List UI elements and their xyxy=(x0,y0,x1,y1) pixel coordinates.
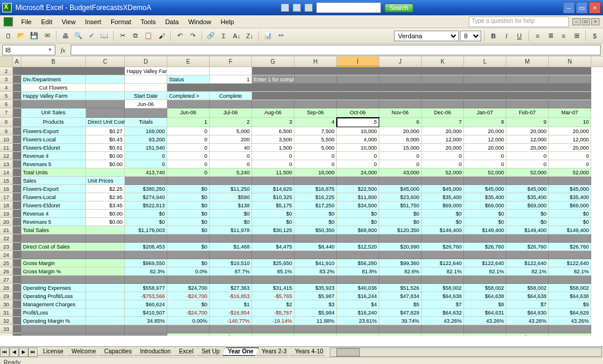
cell[interactable]: Feb-07 xyxy=(506,333,549,336)
mdi-restore[interactable]: ▭ xyxy=(582,18,590,25)
row-header[interactable]: 8 xyxy=(0,118,13,127)
hscroll-track[interactable] xyxy=(330,348,602,357)
cell[interactable]: $22,500 xyxy=(337,185,379,193)
permission-icon[interactable]: ✉ xyxy=(41,30,53,42)
cell[interactable] xyxy=(125,108,167,118)
cell[interactable]: 20,000 xyxy=(422,144,464,152)
cell[interactable]: 169,000 xyxy=(125,127,167,135)
cell[interactable]: 0 xyxy=(252,160,294,168)
cell[interactable] xyxy=(125,75,167,84)
cell[interactable]: $0 xyxy=(167,300,210,309)
cell[interactable] xyxy=(13,218,21,226)
size-select[interactable]: 8 xyxy=(460,31,481,41)
cell[interactable] xyxy=(86,108,125,118)
cell[interactable]: $3.45 xyxy=(86,201,125,210)
cell[interactable]: $122,640 xyxy=(549,259,591,267)
cell[interactable]: Jul-06 xyxy=(210,333,252,336)
cell[interactable]: 20,000 xyxy=(464,144,506,152)
cell[interactable] xyxy=(422,276,464,284)
cell[interactable]: 6,500 xyxy=(252,127,294,135)
cell[interactable]: $16,225 xyxy=(294,193,337,201)
link-icon[interactable]: 🔗 xyxy=(205,30,217,42)
cell[interactable] xyxy=(252,100,294,108)
cell[interactable]: 43.26% xyxy=(506,317,549,325)
cell[interactable]: Revenues 5 xyxy=(21,218,86,226)
sheet-tab[interactable]: Years 2-3 xyxy=(256,348,291,356)
cell[interactable]: 82.1% xyxy=(464,267,506,276)
menu-view[interactable]: View xyxy=(57,17,81,27)
cell[interactable] xyxy=(13,152,21,160)
hscroll-thumb[interactable] xyxy=(336,348,360,356)
cell[interactable]: Flowers-Eldoret xyxy=(21,201,86,210)
cell[interactable]: $7 xyxy=(422,300,464,309)
cell[interactable]: 3 xyxy=(252,118,294,127)
cell[interactable]: $34,500 xyxy=(337,201,379,210)
cell[interactable] xyxy=(337,234,379,243)
cell[interactable] xyxy=(549,92,591,100)
cell[interactable]: 2 xyxy=(210,118,252,127)
cell[interactable]: 20,000 xyxy=(422,127,464,135)
cell[interactable]: 20,000 xyxy=(506,127,549,135)
title-search-button[interactable]: Search xyxy=(385,4,414,12)
cell[interactable]: $10,325 xyxy=(252,193,294,201)
cell[interactable]: Flowers-Export xyxy=(21,185,86,193)
cell[interactable]: $26,760 xyxy=(464,243,506,251)
cell[interactable]: $0 xyxy=(167,243,210,251)
cell[interactable] xyxy=(379,276,422,284)
cell[interactable]: -140.77% xyxy=(210,317,252,325)
cell[interactable]: $969,550 xyxy=(125,259,167,267)
cell[interactable]: $35,923 xyxy=(294,284,337,292)
cell[interactable] xyxy=(464,75,506,84)
cell[interactable]: 12,000 xyxy=(464,135,506,144)
sheet-tab[interactable]: Welcome xyxy=(66,348,101,356)
cell[interactable] xyxy=(125,84,167,92)
cell[interactable]: 413,740 xyxy=(125,168,167,177)
align-center-icon[interactable]: ≣ xyxy=(545,30,556,42)
cell[interactable]: $0 xyxy=(506,218,549,226)
cell[interactable]: $0.27 xyxy=(86,127,125,135)
cell[interactable] xyxy=(422,177,464,185)
cell[interactable]: $64,631 xyxy=(464,309,506,317)
cell[interactable]: 43.26% xyxy=(549,317,591,325)
cell[interactable]: 6 xyxy=(379,118,422,127)
menu-format[interactable]: Format xyxy=(106,17,136,27)
row-header[interactable]: 31 xyxy=(0,309,13,317)
row-header[interactable]: 13 xyxy=(0,160,13,168)
cell[interactable] xyxy=(379,100,422,108)
cell[interactable]: $64,638 xyxy=(506,292,549,300)
excel-doc-icon[interactable] xyxy=(4,17,13,27)
cell[interactable]: Mar-07 xyxy=(549,108,591,118)
cell[interactable]: 10,000 xyxy=(337,127,379,135)
cell[interactable]: 5,500 xyxy=(294,135,337,144)
cell[interactable] xyxy=(13,251,21,259)
cell[interactable]: $56,280 xyxy=(337,259,379,267)
formula-input[interactable] xyxy=(71,45,601,55)
cell[interactable]: 10,000 xyxy=(337,144,379,152)
cell[interactable]: $0 xyxy=(167,193,210,201)
cell[interactable] xyxy=(167,100,210,108)
cell[interactable] xyxy=(549,276,591,284)
cell[interactable] xyxy=(464,100,506,108)
cell[interactable]: $60,624 xyxy=(125,300,167,309)
cell[interactable]: $2 xyxy=(252,300,294,309)
cell[interactable] xyxy=(86,259,125,267)
select-all-corner[interactable] xyxy=(0,57,13,67)
cell[interactable] xyxy=(210,234,252,243)
cell[interactable]: Mar-07 xyxy=(549,333,591,336)
cell[interactable] xyxy=(13,92,21,100)
cell[interactable] xyxy=(464,276,506,284)
cell[interactable] xyxy=(506,251,549,259)
col-hdr-f[interactable]: F xyxy=(210,57,252,67)
cell[interactable]: $58,002 xyxy=(506,284,549,292)
cell[interactable]: $45,000 xyxy=(549,185,591,193)
cell[interactable] xyxy=(86,251,125,259)
cell[interactable] xyxy=(125,276,167,284)
cell[interactable]: $2.95 xyxy=(86,193,125,201)
cell[interactable]: $31,415 xyxy=(252,284,294,292)
cell[interactable] xyxy=(294,92,337,100)
cell[interactable]: 7,500 xyxy=(294,127,337,135)
cell[interactable]: $64,630 xyxy=(506,309,549,317)
cell[interactable]: 7 xyxy=(422,118,464,127)
cell[interactable] xyxy=(506,177,549,185)
cell[interactable] xyxy=(13,292,21,300)
